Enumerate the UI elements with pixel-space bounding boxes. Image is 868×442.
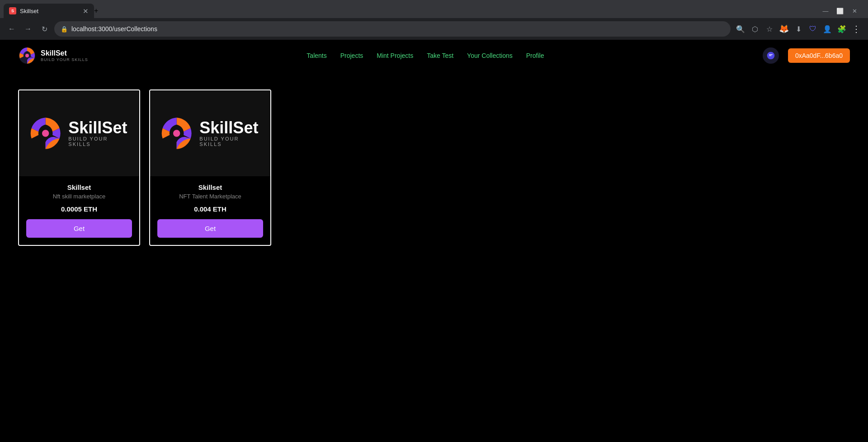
navbar-right: 0xAa0dF...6b6a0 [763,47,850,64]
browser-chrome: S Skillset ✕ + — ⬜ ✕ ← → ↻ 🔒 localhost:3… [0,0,868,40]
nav-links: Talents Projects Mint Projects Take Test… [307,52,544,59]
nav-your-collections[interactable]: Your Collections [467,52,513,59]
url-text: localhost:3000/userCollections [71,25,157,33]
card-price-2: 0.004 ETH [157,205,263,213]
card-info-2: Skillset NFT Talent Marketplace 0.004 ET… [150,176,270,245]
forward-button[interactable]: → [22,23,34,35]
card-title-1: Skillset [26,183,132,191]
minimize-button[interactable]: — [819,5,832,17]
get-button-1[interactable]: Get [26,219,132,238]
card-logo-sub-2: BUILD YOUR SKILLS [199,136,261,147]
card-skillset-icon-1 [28,115,63,151]
card-title-2: Skillset [157,183,263,191]
download-icon[interactable]: ⬇ [792,23,805,35]
app-content: SkillSet BUILD YOUR SKILLS Talents Proje… [0,40,868,442]
nav-talents[interactable]: Talents [307,52,326,59]
tab-title: Skillset [20,8,38,14]
toolbar-actions: 🔍 ⬡ ☆ 🦊 ⬇ 🛡 👤 🧩 ⋮ [734,23,863,35]
logo-brand-name: SkillSet [41,49,88,57]
svg-point-6 [173,130,180,136]
nav-take-test[interactable]: Take Test [427,52,453,59]
tab-close-button[interactable]: ✕ [83,8,89,14]
nav-profile[interactable]: Profile [526,52,544,59]
extensions-puzzle-icon[interactable]: 🧩 [835,23,848,35]
card-skillset-icon-2 [159,115,194,151]
maximize-button[interactable]: ⬜ [834,5,846,17]
vpn-icon[interactable]: 🛡 [807,23,819,35]
svg-point-4 [42,130,49,136]
wallet-address-button[interactable]: 0xAa0dF...6b6a0 [788,48,850,63]
browser-toolbar: ← → ↻ 🔒 localhost:3000/userCollections 🔍… [0,18,868,40]
collection-card-1: SkillSet BUILD YOUR SKILLS Skillset Nft … [18,89,140,246]
card-price-1: 0.0005 ETH [26,205,132,213]
card-description-1: Nft skill marketplace [26,193,132,200]
tab-favicon: S [9,7,16,14]
navbar: SkillSet BUILD YOUR SKILLS Talents Proje… [0,40,868,71]
card-text-area-1: SkillSet BUILD YOUR SKILLS [68,120,130,147]
card-logo-name-2: SkillSet [199,120,261,136]
collection-card-2: SkillSet BUILD YOUR SKILLS Skillset NFT … [149,89,271,246]
nav-mint-projects[interactable]: Mint Projects [377,52,413,59]
card-info-1: Skillset Nft skill marketplace 0.0005 ET… [19,176,139,245]
card-description-2: NFT Talent Marketplace [157,193,263,200]
lock-icon: 🔒 [61,26,68,33]
logo-tagline: BUILD YOUR SKILLS [41,57,88,62]
svg-point-1 [25,54,29,57]
card-image-2: SkillSet BUILD YOUR SKILLS [150,90,270,176]
back-button[interactable]: ← [5,23,18,35]
card-logo-name-1: SkillSet [68,120,130,136]
card-logo-2: SkillSet BUILD YOUR SKILLS [150,106,270,160]
metamask-icon[interactable]: 🦊 [778,23,790,35]
bookmark-button[interactable]: ☆ [763,23,776,35]
menu-button[interactable]: ⋮ [850,23,863,35]
card-image-1: SkillSet BUILD YOUR SKILLS [19,90,139,176]
nav-projects[interactable]: Projects [340,52,363,59]
logo-area: SkillSet BUILD YOUR SKILLS [18,47,88,65]
address-bar[interactable]: 🔒 localhost:3000/userCollections [54,21,731,37]
close-window-button[interactable]: ✕ [848,5,861,17]
card-logo-sub-1: BUILD YOUR SKILLS [68,136,130,147]
logo-text-area: SkillSet BUILD YOUR SKILLS [41,49,88,62]
wallet-icon [766,51,775,60]
logo-icon [18,47,36,65]
new-tab-button[interactable]: + [94,7,98,15]
wallet-icon-button[interactable] [763,47,779,64]
card-logo-1: SkillSet BUILD YOUR SKILLS [19,106,139,160]
card-text-area-2: SkillSet BUILD YOUR SKILLS [199,120,261,147]
profile-icon[interactable]: 👤 [821,23,834,35]
extensions-button[interactable]: ⬡ [749,23,761,35]
main-content: SkillSet BUILD YOUR SKILLS Skillset Nft … [0,71,868,264]
search-button[interactable]: 🔍 [734,23,747,35]
tab-bar: S Skillset ✕ + — ⬜ ✕ [0,0,868,18]
reload-button[interactable]: ↻ [38,23,51,35]
get-button-2[interactable]: Get [157,219,263,238]
browser-tab[interactable]: S Skillset ✕ [4,4,94,18]
